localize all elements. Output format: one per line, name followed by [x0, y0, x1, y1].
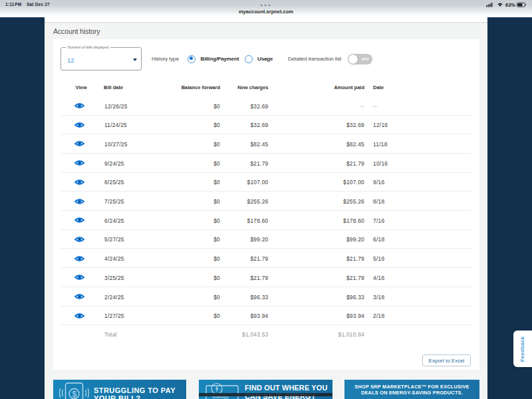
svg-text:$: $ — [72, 390, 77, 399]
svg-text:63%: 63% — [505, 2, 515, 7]
